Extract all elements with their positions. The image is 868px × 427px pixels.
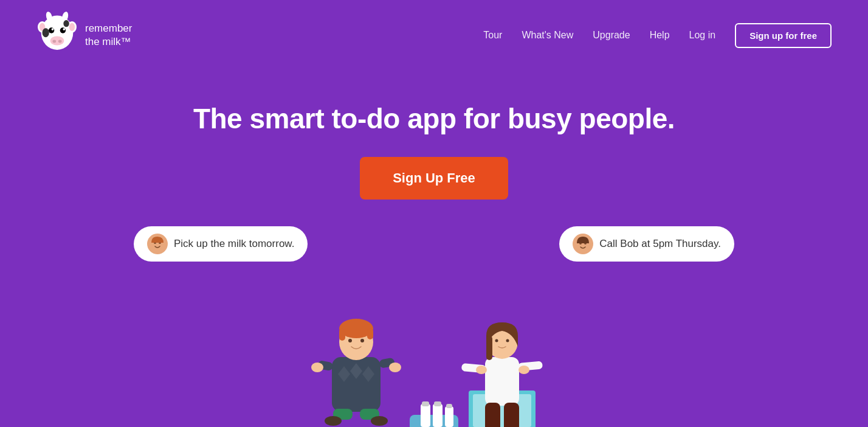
main-nav: remember the milk™ Tour What's New Upgra… — [0, 0, 868, 71]
bubble-left-text: Pick up the milk tomorrow. — [174, 238, 294, 250]
svg-point-55 — [506, 339, 509, 342]
svg-rect-44 — [422, 401, 429, 406]
bubble-right-text: Call Bob at 5pm Thursday. — [599, 238, 721, 250]
person-left-figure — [308, 299, 405, 427]
svg-point-8 — [60, 27, 66, 33]
brand-line1: remember — [85, 22, 132, 35]
svg-point-12 — [52, 40, 56, 43]
svg-point-54 — [495, 339, 498, 342]
cow-logo-icon — [36, 11, 78, 60]
nav-signup-button[interactable]: Sign up for free — [735, 23, 832, 48]
svg-point-35 — [389, 363, 401, 372]
avatar-right — [573, 234, 593, 254]
person-right-figure — [453, 299, 551, 427]
svg-rect-29 — [367, 328, 373, 339]
svg-rect-51 — [485, 357, 519, 406]
illustration-area — [0, 281, 868, 427]
svg-rect-53 — [486, 336, 492, 360]
bubble-left: Pick up the milk tomorrow. — [134, 226, 308, 262]
nav-links: Tour What's New Upgrade Help Log in Sign… — [483, 23, 832, 48]
svg-point-14 — [43, 28, 49, 37]
avatar-right-icon — [574, 235, 591, 252]
svg-point-31 — [360, 339, 364, 342]
svg-point-30 — [348, 339, 352, 342]
svg-point-10 — [63, 28, 65, 30]
nav-login[interactable]: Log in — [689, 30, 716, 41]
hero-title: The smart to-do app for busy people. — [193, 102, 675, 135]
svg-rect-60 — [485, 403, 500, 427]
bubble-right: Call Bob at 5pm Thursday. — [559, 226, 734, 262]
nav-upgrade[interactable]: Upgrade — [593, 30, 630, 41]
svg-point-38 — [325, 416, 342, 426]
svg-point-39 — [371, 416, 388, 426]
logo[interactable]: remember the milk™ — [36, 11, 132, 60]
svg-point-58 — [476, 366, 487, 374]
svg-point-15 — [63, 20, 69, 27]
brand-line2: the milk™ — [85, 35, 132, 49]
nav-tour[interactable]: Tour — [483, 30, 502, 41]
bubbles-container: Pick up the milk tomorrow. Call Bob at 5… — [0, 226, 868, 275]
svg-rect-46 — [446, 404, 452, 408]
hero-signup-button[interactable]: Sign Up Free — [360, 157, 508, 200]
svg-point-59 — [518, 366, 529, 374]
svg-point-9 — [52, 28, 54, 30]
svg-rect-61 — [504, 403, 519, 427]
svg-point-4 — [69, 23, 75, 31]
svg-rect-43 — [445, 406, 453, 427]
nav-help[interactable]: Help — [650, 30, 670, 41]
avatar-left — [147, 234, 168, 254]
nav-whats-new[interactable]: What's New — [522, 30, 573, 41]
svg-point-34 — [311, 363, 323, 372]
svg-rect-42 — [433, 404, 443, 427]
svg-rect-41 — [421, 404, 430, 427]
avatar-left-icon — [149, 235, 166, 252]
svg-point-11 — [50, 36, 64, 45]
svg-point-7 — [49, 27, 54, 33]
svg-point-13 — [58, 40, 62, 43]
hero-section: The smart to-do app for busy people. Sig… — [0, 71, 868, 427]
svg-rect-28 — [339, 328, 345, 341]
svg-rect-45 — [434, 401, 441, 406]
